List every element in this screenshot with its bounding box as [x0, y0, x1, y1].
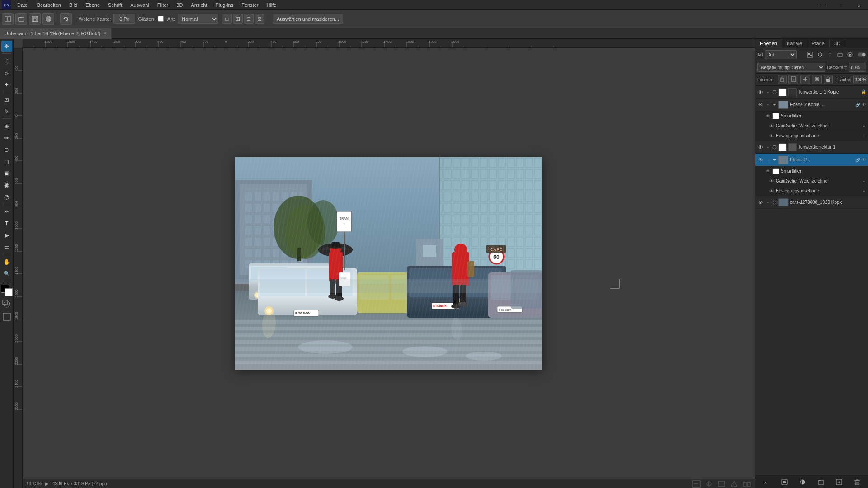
fill-input[interactable]: [853, 75, 868, 84]
menu-bild[interactable]: Bild: [66, 1, 81, 9]
close-tab-button[interactable]: ✕: [103, 31, 107, 36]
shape-tool[interactable]: ▭: [1, 241, 12, 252]
layer-ebene2[interactable]: 👁 Ebene 2... 🔗 👁: [755, 154, 868, 166]
filter-text-btn[interactable]: T: [826, 50, 835, 59]
filter-toggle[interactable]: [857, 50, 866, 59]
layer-fx-bottom-btn[interactable]: fx: [762, 478, 771, 487]
vis-gauss2[interactable]: 👁: [768, 179, 774, 183]
layer-tonwert-kopie[interactable]: 👁 Tonwertko... 1 Kopie 🔒: [755, 86, 868, 99]
brush-tool[interactable]: ✏: [1, 132, 12, 143]
marquee-tool[interactable]: ⬚: [1, 56, 12, 66]
crop-tool[interactable]: ⊡: [1, 94, 12, 105]
art-select[interactable]: Normal Auf Ebene: [178, 14, 218, 24]
clone-stamp-tool[interactable]: ⊙: [1, 144, 12, 155]
sublayer-smartfilter1[interactable]: 👁 Smartfilter: [755, 111, 868, 121]
maximize-button[interactable]: □: [832, 1, 850, 10]
blend-mode-select[interactable]: Negativ multiplizieren Normal Multiplizi…: [757, 63, 825, 72]
layer-tonwert1[interactable]: 👁 Tonwertkorrektur 1: [755, 141, 868, 154]
type-tool[interactable]: T: [1, 218, 12, 229]
vis-smartfilter2[interactable]: 👁: [764, 169, 771, 174]
screen-mode-btn[interactable]: [2, 312, 12, 323]
quick-mask-btn[interactable]: [2, 299, 12, 310]
visibility-icon-cars-kopie[interactable]: 👁: [757, 200, 764, 205]
sublayer-gauss1[interactable]: 👁 Gaußscher Weichzeichner: [755, 121, 868, 131]
layer-mask-bottom-btn[interactable]: [780, 478, 789, 487]
filter-type-select[interactable]: Art Name Effekt: [765, 50, 797, 59]
layer-new-bottom-btn[interactable]: [835, 478, 844, 487]
eyedropper-tool[interactable]: ✎: [1, 106, 12, 117]
layer-cars-kopie[interactable]: 👁 cars-1273608_1920 Kopie: [755, 196, 868, 209]
sublayer-smartfilter2[interactable]: 👁 Smartfilter: [755, 166, 868, 176]
zoom-tool[interactable]: 🔍: [1, 268, 12, 279]
dodge-tool[interactable]: ◔: [1, 191, 12, 202]
vis-smartfilter1[interactable]: 👁: [764, 114, 771, 118]
magic-wand-tool[interactable]: ✦: [1, 79, 12, 90]
vis-bewegungs2[interactable]: 👁: [768, 189, 774, 193]
lock-image-btn[interactable]: [788, 75, 798, 84]
filter-adjust-btn[interactable]: [816, 50, 825, 59]
glatt-checkbox[interactable]: [158, 16, 164, 22]
healing-tool[interactable]: ⊕: [1, 121, 12, 131]
lasso-tool[interactable]: ⌾: [1, 67, 12, 78]
menu-ansicht[interactable]: Ansicht: [187, 1, 211, 9]
hand-tool[interactable]: ✋: [1, 256, 12, 267]
layer-delete-bottom-btn[interactable]: [853, 478, 862, 487]
tab-ebenen[interactable]: Ebenen: [755, 39, 782, 48]
filter-shape-btn[interactable]: [835, 50, 844, 59]
print-button[interactable]: [42, 13, 54, 25]
layer-group-bottom-btn[interactable]: [816, 478, 826, 487]
intersect-selection-btn[interactable]: ⊠: [255, 14, 264, 24]
move-tool[interactable]: ✥: [1, 41, 12, 52]
filter-smart-btn[interactable]: [845, 50, 854, 59]
lock-position-btn[interactable]: [800, 75, 810, 84]
lock-transparent-btn[interactable]: [778, 75, 787, 84]
save-button[interactable]: [29, 13, 41, 25]
layer-adjustment-bottom-btn[interactable]: [798, 478, 807, 487]
minimize-button[interactable]: —: [814, 1, 832, 10]
eraser-tool[interactable]: ◻: [1, 156, 12, 167]
open-button[interactable]: [15, 13, 27, 25]
lock-artboard-btn[interactable]: [812, 75, 822, 84]
vis-bewegungs1[interactable]: 👁: [768, 134, 774, 138]
sublayer-bewegungs1[interactable]: 👁 Bewegungsunschärfe: [755, 131, 868, 141]
menu-bearbeiten[interactable]: Bearbeiten: [33, 1, 65, 9]
menu-ebene[interactable]: Ebene: [82, 1, 104, 9]
visibility-icon-tonwert-kopie[interactable]: 👁: [757, 89, 764, 95]
menu-hilfe[interactable]: Hilfe: [263, 1, 280, 9]
document-tab[interactable]: Unbenannt-1 bei 18,1% (Ebene 2, RGB/8#) …: [0, 28, 112, 39]
filter-pixel-btn[interactable]: [806, 50, 815, 59]
layer-vis-lock-ebene2[interactable]: 👁: [862, 157, 866, 162]
menu-schrift[interactable]: Schrift: [104, 1, 126, 9]
visibility-icon-tonwert1[interactable]: 👁: [757, 145, 764, 150]
lock-all-btn[interactable]: [824, 75, 833, 84]
new-selection-btn[interactable]: □: [222, 14, 232, 24]
new-document-button[interactable]: [2, 13, 14, 25]
subtract-selection-btn[interactable]: ⊟: [244, 14, 254, 24]
undo-button[interactable]: [60, 13, 72, 25]
select-mask-button[interactable]: Auswählen und maskieren...: [273, 14, 343, 24]
visibility-icon-ebene2[interactable]: 👁: [757, 157, 764, 163]
layer-visibility-lock-1[interactable]: 🔒: [861, 89, 866, 94]
menu-auswahl[interactable]: Auswahl: [127, 1, 153, 9]
layer-vis-lock-ebene2-kopie[interactable]: 👁: [862, 102, 866, 107]
menu-fenster[interactable]: Fenster: [238, 1, 262, 9]
soft-edge-input[interactable]: [113, 14, 135, 24]
menu-3d[interactable]: 3D: [173, 1, 186, 9]
menu-plugins[interactable]: Plug-ins: [212, 1, 237, 9]
opacity-input[interactable]: [849, 63, 866, 72]
menu-datei[interactable]: Datei: [14, 1, 33, 9]
vis-gauss1[interactable]: 👁: [768, 124, 774, 128]
gradient-tool[interactable]: ▣: [1, 168, 12, 178]
sublayer-bewegungs2[interactable]: 👁 Bewegungsunschärfe: [755, 186, 868, 196]
close-button[interactable]: ✕: [850, 1, 868, 10]
pen-tool[interactable]: ✒: [1, 206, 12, 217]
layer-ebene2-kopie[interactable]: 👁 Ebene 2 Kopie... 🔗 👁: [755, 99, 868, 111]
tab-pfade[interactable]: Pfade: [807, 39, 830, 48]
add-selection-btn[interactable]: ⊞: [233, 14, 243, 24]
color-swatches[interactable]: [1, 285, 13, 296]
background-color[interactable]: [5, 288, 13, 296]
menu-filter[interactable]: Filter: [154, 1, 172, 9]
tab-kanaele[interactable]: Kanäle: [782, 39, 807, 48]
sublayer-gauss2[interactable]: 👁 Gaußscher Weichzeichner: [755, 176, 868, 186]
tab-3d[interactable]: 3D: [830, 39, 845, 48]
